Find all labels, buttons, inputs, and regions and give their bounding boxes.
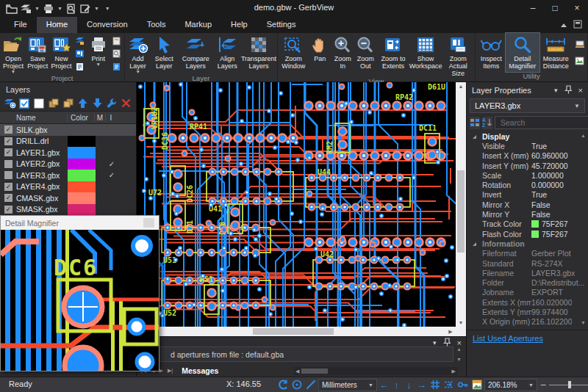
detail-magnifier-window[interactable]: Detail Magnifier DC6: [0, 215, 159, 371]
section-information[interactable]: Information: [467, 239, 588, 248]
add-layer-button[interactable]: Add Layer▼: [126, 33, 150, 74]
pan-down-icon[interactable]: ↓: [404, 380, 415, 391]
zoom-to-extents-button[interactable]: Zoom to Extents: [377, 33, 409, 77]
layer-row[interactable]: LAYER2.gbx✓: [0, 159, 136, 170]
note-icon[interactable]: [74, 62, 86, 72]
tab-conversion[interactable]: Conversion: [77, 17, 137, 33]
units-dropdown[interactable]: Millimeters▼: [318, 379, 377, 391]
transparent-layers-button[interactable]: Transparent Layers: [241, 33, 276, 74]
layer-row[interactable]: ✓DRILL.drl: [0, 136, 136, 148]
capture-icon[interactable]: [573, 39, 586, 49]
layer-row[interactable]: LAYER3.gbx✓: [0, 170, 136, 181]
layer-settings-wrench-icon[interactable]: [106, 97, 118, 109]
layer-row[interactable]: ✓SILK.gbx: [0, 124, 136, 136]
property-row[interactable]: Insert Y (mm)45.720000: [467, 161, 588, 170]
messages-horizontal-scrollbar[interactable]: ◀ ▶: [294, 367, 457, 375]
pan-button[interactable]: Pan: [309, 33, 331, 77]
save-project-button[interactable]: Save Project: [26, 33, 50, 74]
new-project-button[interactable]: New Project: [50, 33, 74, 74]
print-icon[interactable]: [43, 2, 54, 15]
close-icon[interactable]: [143, 218, 154, 228]
dropdown-arrow-icon[interactable]: ▼: [35, 6, 40, 11]
list-used-apertures-link[interactable]: List Used Apertures: [473, 334, 543, 343]
property-row[interactable]: Extents Y (mm)99.974400: [467, 307, 588, 316]
messages-scrollbar[interactable]: ▲▼: [454, 346, 464, 362]
open-project-button[interactable]: Open Project▼: [1, 33, 26, 74]
check-all-icon[interactable]: [18, 97, 31, 109]
tab-tools[interactable]: Tools: [137, 17, 176, 33]
print-preview-icon[interactable]: [65, 2, 77, 15]
column-header-invert[interactable]: I: [106, 114, 116, 122]
board-icon[interactable]: [74, 48, 86, 59]
copy-to-bottom-icon[interactable]: [62, 97, 74, 109]
zoom-window-button[interactable]: Zoom Window: [279, 33, 309, 77]
layer-color-swatch[interactable]: [68, 147, 96, 159]
layer-selector-dropdown[interactable]: LAYER3.gbx ▼: [470, 98, 585, 113]
categorized-view-icon[interactable]: [470, 117, 480, 129]
scroll-right-icon[interactable]: ▶: [445, 327, 456, 336]
property-row[interactable]: Track Color75F267: [467, 219, 588, 229]
print-button[interactable]: Print▼: [87, 33, 110, 74]
property-row[interactable]: JobnameEXPORT: [467, 288, 588, 297]
detail-magnifier-titlebar[interactable]: Detail Magnifier: [1, 216, 159, 230]
layer-color-swatch[interactable]: [68, 181, 96, 193]
copy-to-top-icon[interactable]: [48, 97, 60, 109]
line-icon[interactable]: [304, 379, 317, 391]
previous-view-icon[interactable]: [276, 379, 289, 391]
zoom-out-button[interactable]: Zoom Out: [354, 33, 377, 77]
column-header-name[interactable]: Name: [0, 114, 68, 122]
show-workspace-button[interactable]: Show Workspace: [409, 33, 442, 77]
vertical-scroll-thumb[interactable]: [457, 170, 465, 253]
last-tab-icon[interactable]: ▶|: [168, 368, 173, 374]
uncheck-all-icon[interactable]: [33, 97, 46, 109]
pan-up-icon[interactable]: ↑: [391, 380, 402, 391]
maximize-button[interactable]: □: [544, 0, 566, 16]
property-row[interactable]: Mirror YFalse: [467, 209, 588, 219]
layer-visibility-checkbox[interactable]: [4, 160, 12, 168]
pane-menu-icon[interactable]: ▾: [433, 339, 437, 346]
ribbon-options-icon[interactable]: [573, 20, 582, 30]
search-input[interactable]: [499, 117, 588, 128]
column-header-mirror[interactable]: M: [95, 114, 106, 122]
pin-icon[interactable]: [564, 85, 572, 95]
delete-layer-icon[interactable]: [120, 97, 132, 109]
layer-color-swatch[interactable]: [68, 159, 96, 170]
zoom-in-button[interactable]: Zoom In: [331, 33, 354, 77]
open-project-icon[interactable]: [6, 2, 18, 15]
tab-markup[interactable]: Markup: [175, 17, 221, 33]
property-row[interactable]: VisibleTrue: [467, 141, 588, 150]
property-row[interactable]: Insert X (mm)60.960000: [467, 151, 588, 161]
property-row[interactable]: Rotation0.000000: [467, 180, 588, 189]
align-layers-button[interactable]: Align Layers: [213, 33, 242, 74]
layer-color-swatch[interactable]: [68, 136, 96, 148]
scroll-left-icon[interactable]: ◀: [295, 369, 299, 374]
property-row[interactable]: InvertTrue: [467, 190, 588, 200]
tab-file[interactable]: File: [4, 17, 37, 33]
tab-home[interactable]: Home: [37, 17, 77, 33]
layer-visibility-checkbox[interactable]: ✓: [4, 126, 12, 134]
tab-settings[interactable]: Settings: [257, 17, 306, 33]
tab-help[interactable]: Help: [221, 17, 257, 33]
slider-thumb[interactable]: [568, 381, 571, 388]
pan-left-icon[interactable]: ←: [379, 380, 390, 391]
dropdown-arrow-icon[interactable]: ▼: [94, 6, 99, 11]
layers-icon[interactable]: [74, 36, 86, 46]
coordinates-icon[interactable]: [442, 379, 455, 391]
property-row[interactable]: FileformatGerber Plot: [467, 249, 588, 258]
measure-distance-button[interactable]: Measure Distance: [539, 33, 573, 72]
layer-color-swatch[interactable]: [68, 192, 96, 204]
pcb-canvas[interactable]: RP41RP42U41U44U42U51U52DC36DC26D71DC8RM2…: [137, 82, 456, 327]
markup-icon[interactable]: [79, 2, 91, 15]
qat-overflow-icon[interactable]: ▼: [105, 6, 110, 11]
horizontal-scroll-thumb[interactable]: [253, 328, 334, 335]
layer-color-swatch[interactable]: [68, 170, 96, 181]
scroll-thumb[interactable]: [301, 369, 328, 374]
save-icon[interactable]: [20, 2, 32, 15]
property-row[interactable]: Extents X (mm)160.020000: [467, 297, 588, 307]
property-row[interactable]: Scale1.000000: [467, 170, 588, 180]
move-up-icon[interactable]: [76, 97, 89, 109]
collapse-ribbon-icon[interactable]: [561, 23, 567, 27]
compare-layers-button[interactable]: Compare Layers: [179, 33, 213, 74]
layer-visibility-checkbox[interactable]: ✓: [4, 137, 12, 145]
scroll-right-icon[interactable]: ▶: [452, 369, 456, 374]
